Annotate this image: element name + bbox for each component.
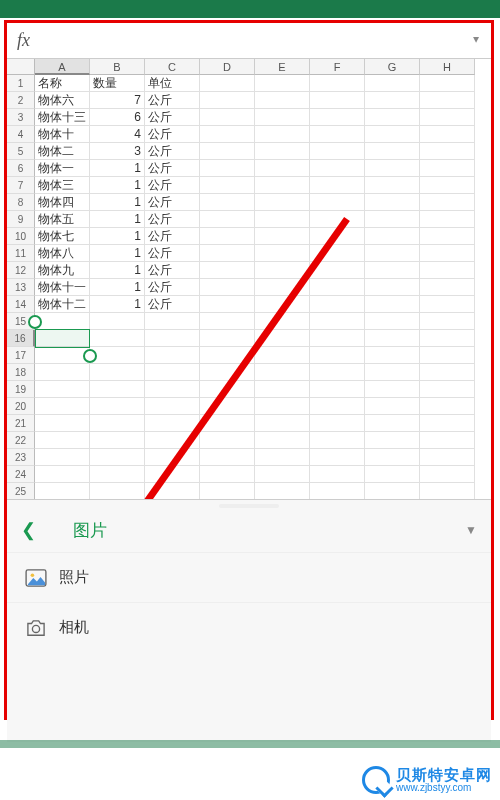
cell[interactable] bbox=[420, 466, 475, 483]
cell[interactable]: 公斤 bbox=[145, 92, 200, 109]
cell[interactable] bbox=[200, 313, 255, 330]
cell[interactable] bbox=[90, 364, 145, 381]
row-header[interactable]: 18 bbox=[7, 364, 35, 381]
cell[interactable] bbox=[200, 364, 255, 381]
cell[interactable] bbox=[420, 330, 475, 347]
row-header[interactable]: 6 bbox=[7, 160, 35, 177]
cell[interactable] bbox=[90, 466, 145, 483]
cell[interactable]: 物体二 bbox=[35, 143, 90, 160]
cell[interactable]: 1 bbox=[90, 245, 145, 262]
cell[interactable]: 单位 bbox=[145, 75, 200, 92]
cell[interactable] bbox=[310, 92, 365, 109]
cell[interactable] bbox=[255, 381, 310, 398]
cell[interactable] bbox=[365, 279, 420, 296]
cell[interactable] bbox=[420, 194, 475, 211]
cell[interactable] bbox=[255, 126, 310, 143]
cell[interactable] bbox=[35, 483, 90, 499]
cell[interactable] bbox=[145, 347, 200, 364]
cell[interactable] bbox=[365, 109, 420, 126]
cell[interactable] bbox=[420, 279, 475, 296]
cell[interactable] bbox=[255, 483, 310, 499]
cell[interactable] bbox=[35, 313, 90, 330]
cell[interactable]: 6 bbox=[90, 109, 145, 126]
cell[interactable] bbox=[420, 483, 475, 499]
cell[interactable] bbox=[365, 194, 420, 211]
cell[interactable] bbox=[310, 245, 365, 262]
row-header[interactable]: 12 bbox=[7, 262, 35, 279]
cell[interactable]: 1 bbox=[90, 177, 145, 194]
cell[interactable] bbox=[310, 415, 365, 432]
cell[interactable] bbox=[35, 466, 90, 483]
cell[interactable] bbox=[90, 330, 145, 347]
cell[interactable] bbox=[200, 347, 255, 364]
cell[interactable]: 物体九 bbox=[35, 262, 90, 279]
cell[interactable] bbox=[255, 109, 310, 126]
cell[interactable]: 物体十三 bbox=[35, 109, 90, 126]
cell[interactable] bbox=[200, 211, 255, 228]
row-header[interactable]: 17 bbox=[7, 347, 35, 364]
cell[interactable] bbox=[365, 296, 420, 313]
cell[interactable]: 公斤 bbox=[145, 126, 200, 143]
cell[interactable]: 7 bbox=[90, 92, 145, 109]
cell[interactable]: 物体六 bbox=[35, 92, 90, 109]
back-icon[interactable]: ❮ bbox=[21, 519, 45, 541]
panel-item-camera[interactable]: 相机 bbox=[7, 602, 491, 652]
cell[interactable]: 1 bbox=[90, 160, 145, 177]
cell[interactable] bbox=[200, 415, 255, 432]
cell[interactable] bbox=[365, 160, 420, 177]
row-header[interactable]: 23 bbox=[7, 449, 35, 466]
cell[interactable] bbox=[310, 177, 365, 194]
cell[interactable]: 公斤 bbox=[145, 262, 200, 279]
cell[interactable] bbox=[255, 194, 310, 211]
cell[interactable] bbox=[365, 415, 420, 432]
cell[interactable] bbox=[365, 228, 420, 245]
cell[interactable] bbox=[145, 415, 200, 432]
cell[interactable] bbox=[255, 432, 310, 449]
cell[interactable] bbox=[420, 296, 475, 313]
cell[interactable] bbox=[90, 398, 145, 415]
cell[interactable] bbox=[310, 347, 365, 364]
cell[interactable]: 1 bbox=[90, 211, 145, 228]
cell[interactable] bbox=[35, 432, 90, 449]
cell[interactable] bbox=[365, 381, 420, 398]
cell[interactable] bbox=[35, 449, 90, 466]
cell[interactable]: 物体三 bbox=[35, 177, 90, 194]
select-all-corner[interactable] bbox=[7, 59, 35, 75]
cell[interactable] bbox=[310, 483, 365, 499]
cell[interactable]: 1 bbox=[90, 279, 145, 296]
cell[interactable] bbox=[365, 211, 420, 228]
cell[interactable]: 1 bbox=[90, 296, 145, 313]
cell[interactable] bbox=[200, 279, 255, 296]
column-header[interactable]: C bbox=[145, 59, 200, 75]
row-header[interactable]: 24 bbox=[7, 466, 35, 483]
cell[interactable] bbox=[255, 279, 310, 296]
cell[interactable] bbox=[365, 262, 420, 279]
cell[interactable] bbox=[200, 398, 255, 415]
cell[interactable] bbox=[255, 296, 310, 313]
cell[interactable] bbox=[420, 109, 475, 126]
cell[interactable] bbox=[255, 330, 310, 347]
cell[interactable] bbox=[255, 211, 310, 228]
cell[interactable] bbox=[310, 381, 365, 398]
cell[interactable]: 物体十二 bbox=[35, 296, 90, 313]
cell[interactable] bbox=[200, 330, 255, 347]
cell[interactable] bbox=[420, 347, 475, 364]
cell[interactable] bbox=[420, 143, 475, 160]
cells[interactable]: 名称数量单位物体六7公斤物体十三6公斤物体十4公斤物体二3公斤物体一1公斤物体三… bbox=[35, 75, 491, 499]
cell[interactable] bbox=[255, 245, 310, 262]
cell[interactable] bbox=[310, 143, 365, 160]
cell[interactable] bbox=[200, 75, 255, 92]
cell[interactable] bbox=[255, 347, 310, 364]
cell[interactable] bbox=[310, 296, 365, 313]
cell[interactable] bbox=[365, 245, 420, 262]
cell[interactable] bbox=[90, 415, 145, 432]
row-header[interactable]: 19 bbox=[7, 381, 35, 398]
cell[interactable]: 公斤 bbox=[145, 245, 200, 262]
column-header[interactable]: H bbox=[420, 59, 475, 75]
cell[interactable] bbox=[310, 279, 365, 296]
cell[interactable]: 公斤 bbox=[145, 109, 200, 126]
cell[interactable] bbox=[200, 143, 255, 160]
cell[interactable] bbox=[310, 262, 365, 279]
cell[interactable] bbox=[420, 449, 475, 466]
row-header[interactable]: 1 bbox=[7, 75, 35, 92]
